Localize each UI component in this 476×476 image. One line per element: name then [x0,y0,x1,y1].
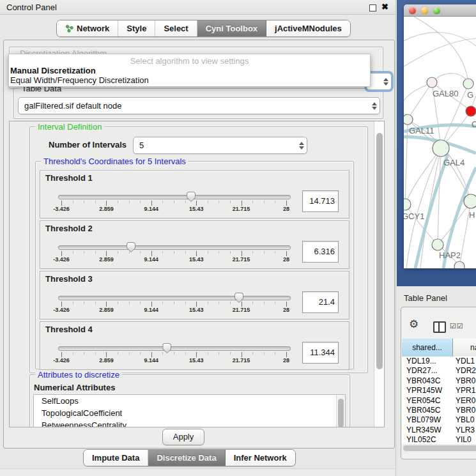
tab-impute-data[interactable]: Impute Data [84,450,148,466]
threshold-slider-track[interactable] [58,195,291,199]
network-node[interactable] [454,261,464,268]
threshold-slider-thumb[interactable] [234,293,243,303]
table-horizontal-scrollbar[interactable] [402,444,476,452]
slider-tick [219,201,219,203]
numerical-attributes-label: Numerical Attributes [34,383,115,392]
threshold-slider-track[interactable] [58,245,291,250]
slider-tick [61,251,62,256]
network-edge [404,38,476,66]
table-row[interactable]: YER054CYER0 [402,396,476,406]
split-columns-icon[interactable] [433,321,446,333]
cell-shared-name: YER054C [402,396,452,406]
slider-tick [73,251,73,254]
network-node-h[interactable] [464,194,476,208]
slider-tick [264,302,265,304]
threshold-slider-track[interactable] [58,296,291,300]
close-icon[interactable]: ✖ [381,2,388,12]
table-row[interactable]: YIL052CYIL0 [402,435,476,445]
slider-tick [129,201,130,203]
network-node-g[interactable] [463,79,473,89]
gear-icon[interactable]: ⚙ [409,319,418,330]
slider-tick [196,302,197,307]
stepper-icon [296,142,307,150]
slider-tick [275,302,275,304]
slider-tick [73,201,73,203]
tab-style[interactable]: Style [118,20,155,36]
slider-tick [286,251,287,256]
apply-button[interactable]: Apply [162,429,204,445]
attributes-group: Attributes to discretize Numerical Attri… [29,374,350,427]
table-row[interactable]: YBL079WYBL0 [402,415,476,425]
node-label: HAP2 [439,250,461,260]
slider-tick [252,201,253,203]
float-icon[interactable] [369,4,376,12]
cell-shared-name: YLR345W [402,426,452,435]
popup-option-manual-discretization[interactable]: Manual Discretization [10,66,96,75]
table-row[interactable]: YBR045CYBR0 [402,406,476,415]
threshold-slider-thumb[interactable] [127,242,135,252]
slider-tick [196,352,197,357]
viewport-scrollbar[interactable] [374,121,385,427]
table-data-value: galFiltered.sif default node [19,101,369,111]
table-data-combobox[interactable]: galFiltered.sif default node [18,97,380,114]
tab-jactivemnodules[interactable]: jActiveMNodules [266,20,350,36]
network-node-hap2[interactable] [432,239,443,250]
tab-label: Infer Network [234,453,287,463]
attribute-item[interactable]: TopologicalCoefficient [34,407,345,419]
attribute-item[interactable]: SelfLoops [34,395,345,407]
number-of-intervals-combobox[interactable]: 5 [133,137,307,154]
network-node-gal80[interactable] [427,77,437,88]
table-row[interactable]: YDL19...YDL1 [402,357,476,366]
network-node-c[interactable] [466,106,476,116]
table-hscrollbar-thumb[interactable] [403,445,476,451]
slider-scale-label: 28 [264,256,309,263]
slider-tick [84,302,84,304]
tab-select[interactable]: Select [155,20,197,36]
slider-tick [106,302,107,307]
viewport-scrollbar-thumb[interactable] [376,133,383,369]
tab-cyni-toolbox[interactable]: Cyni Toolbox [197,20,266,36]
threshold-panel: Threshold 1 14.713 -3.4262.8599.14415.43… [40,170,349,219]
threshold-slider-thumb[interactable] [187,192,196,202]
tab-discretize-data[interactable]: Discretize Data [148,450,225,466]
column-header-name[interactable]: na [453,339,476,357]
minimize-traffic-light[interactable] [421,7,428,14]
slider-tick [140,251,141,254]
attributes-scrollbar-thumb[interactable] [338,399,344,427]
network-node-gal4[interactable] [433,140,449,157]
attribute-item[interactable]: BetweennessCentrality [34,419,345,427]
node-label: GAL11 [409,126,434,135]
network-canvas[interactable]: GAL80GCGAL11GAL4GCY1HHAP2 [404,17,476,268]
cell-shared-name: YIL052C [402,435,452,445]
network-node-gcy1[interactable] [404,199,411,210]
number-of-intervals-value: 5 [134,141,296,150]
zoom-traffic-light[interactable] [433,7,440,14]
numerical-attributes-list[interactable]: SelfLoopsTopologicalCoefficientBetweenne… [33,394,346,427]
slider-tick [118,302,118,304]
table-row[interactable]: YBR043CYBR0 [402,376,476,386]
table-row[interactable]: YLR345WYLR3 [402,426,476,435]
tab-network[interactable]: Network [57,20,118,36]
slider-tick [286,352,287,357]
select-columns-icon[interactable]: ☑☑ [450,322,464,330]
table-row[interactable]: YPR145WYPR1 [402,386,476,395]
top-tab-bar: Network Style Select Cyni Toolbox jActiv… [56,20,351,37]
slider-tick [118,352,118,355]
table-row[interactable]: YDR27...YDR2 [402,366,476,376]
slider-scale-label: -3.426 [39,206,84,212]
threshold-slider-thumb[interactable] [162,343,171,353]
column-header-shared[interactable]: shared... [402,339,453,357]
slider-tick [219,352,219,355]
network-node-gal11[interactable] [404,114,413,125]
slider-scale-label: 21.715 [219,357,264,364]
close-traffic-light[interactable] [409,7,416,14]
slider-scale-label: -3.426 [39,307,84,313]
popup-option-equal-width-frequency[interactable]: Equal Width/Frequency Discretization [10,75,149,85]
slider-tick [95,201,96,203]
tab-infer-network[interactable]: Infer Network [226,450,295,466]
slider-tick [106,201,107,206]
threshold-slider-track[interactable] [58,346,291,351]
attributes-scrollbar[interactable] [336,395,345,427]
cell-shared-name: YBL079W [402,415,452,425]
network-icon [65,24,73,33]
